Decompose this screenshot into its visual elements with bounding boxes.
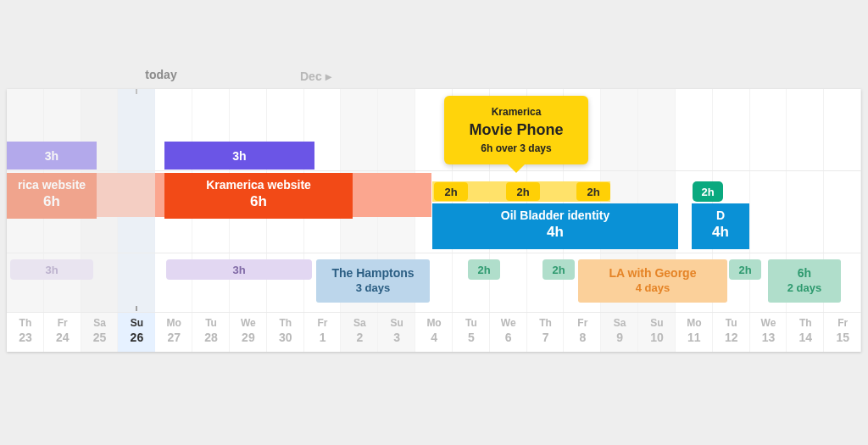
row-divider xyxy=(7,253,861,253)
date-tick: We29 xyxy=(230,317,267,344)
trip-bar[interactable]: LA with George 4 days xyxy=(578,259,727,303)
date-tick: Mo4 xyxy=(415,317,453,344)
date-tick: We6 xyxy=(490,317,527,344)
month-label[interactable]: Dec ▸ xyxy=(300,70,331,83)
task-bar[interactable]: 3h xyxy=(7,142,97,170)
task-bar[interactable]: D 4h xyxy=(692,203,749,249)
hours-pill[interactable]: 2h xyxy=(506,182,540,201)
date-tick: Fr24 xyxy=(44,317,81,344)
task-tooltip: Kramerica Movie Phone 6h over 3 days xyxy=(444,96,588,164)
date-tick: We13 xyxy=(750,317,787,344)
date-tick: Mo11 xyxy=(676,317,713,344)
task-bar-gap xyxy=(97,173,164,217)
chevron-right-icon: ▸ xyxy=(326,70,331,83)
date-tick: Th14 xyxy=(787,317,824,344)
hours-pill[interactable]: 3h xyxy=(10,259,93,280)
date-axis: Th23Fr24Sa25Su26Mo27Tu28We29Th30Fr1Sa2Su… xyxy=(7,312,861,352)
date-tick: Su26 xyxy=(118,317,155,344)
task-bar[interactable]: Kramerica website 6h xyxy=(164,173,353,219)
today-tick xyxy=(136,306,137,311)
task-bar[interactable]: Oil Bladder identity 4h xyxy=(432,203,678,249)
hours-pill[interactable]: 2h xyxy=(729,259,761,280)
date-tick: Fr8 xyxy=(564,317,601,344)
hours-pill[interactable]: 2h xyxy=(468,259,500,280)
task-bar[interactable]: 3h xyxy=(164,142,314,170)
hours-pill[interactable]: 2h xyxy=(434,182,468,201)
hours-pill[interactable]: 2h xyxy=(693,181,723,202)
timeline[interactable]: 3h 3h rica website 6h Kramerica website … xyxy=(7,89,861,352)
date-tick: Tu12 xyxy=(713,317,750,344)
hours-pill[interactable]: 2h xyxy=(576,182,610,201)
date-tick: Tu28 xyxy=(192,317,230,344)
date-tick: Th7 xyxy=(527,317,565,344)
date-tick: Fr1 xyxy=(304,317,342,344)
hours-pill[interactable]: 2h xyxy=(542,259,575,280)
row-divider xyxy=(7,170,861,171)
date-tick: Su3 xyxy=(378,317,415,344)
date-tick: Th30 xyxy=(267,317,304,344)
hours-pill[interactable]: 3h xyxy=(166,259,312,280)
date-tick: Tu5 xyxy=(453,317,490,344)
date-tick: Sa2 xyxy=(341,317,378,344)
date-tick: Sa25 xyxy=(81,317,119,344)
trip-bar[interactable]: 6h 2 days xyxy=(768,259,841,303)
task-bar-gap xyxy=(353,173,431,217)
date-tick: Su10 xyxy=(638,317,676,344)
today-tick xyxy=(136,89,137,94)
today-label: today xyxy=(127,68,195,81)
task-bar[interactable]: rica website 6h xyxy=(7,173,97,219)
date-tick: Sa9 xyxy=(601,317,638,344)
date-tick: Fr15 xyxy=(824,317,861,344)
date-tick: Mo27 xyxy=(155,317,192,344)
date-tick: Th23 xyxy=(7,317,44,344)
trip-bar[interactable]: The Hamptons 3 days xyxy=(316,259,430,303)
